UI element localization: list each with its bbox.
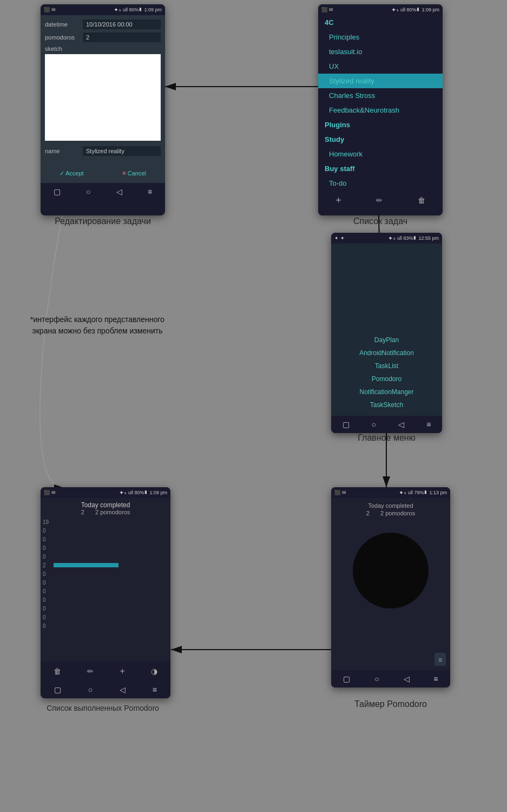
- tasklist-screen-label: Список задач: [318, 217, 443, 226]
- list-item: 0: [41, 578, 170, 587]
- edit-status-icons-right: ✦ ᵴ ull 80%▮: [114, 7, 143, 13]
- task-item-study[interactable]: Study: [318, 132, 443, 147]
- timer-corner-button[interactable]: ≡: [434, 653, 446, 666]
- nav-square[interactable]: ▢: [343, 675, 350, 683]
- timer-count: 2: [366, 510, 370, 516]
- timer-circle: [353, 533, 429, 608]
- edit-form: datetime 10/10/2016 00:00 pomodoros 2 sk…: [41, 15, 165, 163]
- datetime-row: datetime 10/10/2016 00:00: [45, 19, 161, 29]
- task-item-stross[interactable]: Charles Stross: [318, 88, 443, 103]
- task-item-feedback[interactable]: Feedback&Neurotrash: [318, 103, 443, 117]
- nav-menu[interactable]: ≡: [433, 675, 438, 683]
- nav-circle[interactable]: ○: [88, 685, 93, 694]
- list-item: 0: [41, 613, 170, 621]
- mainmenu-screen-label: Главное меню: [331, 433, 442, 443]
- menu-tasklist[interactable]: TaskList: [331, 359, 442, 372]
- timer-status-right: ✦ ᵴ ull 79%▮ 1:13 pm: [399, 490, 447, 496]
- nav-square[interactable]: ▢: [331, 214, 338, 215]
- status-icons-right: ✦ ᵴ ull 80%▮: [392, 7, 420, 13]
- menu-notificationmanger[interactable]: NotificationManger: [331, 385, 442, 398]
- name-row: name Stylized reality: [45, 146, 161, 156]
- list-item: 0: [41, 552, 170, 561]
- task-item-teslasuit[interactable]: teslasuit.io: [318, 44, 443, 59]
- status-icons-left: ⬛ ✉: [321, 7, 333, 12]
- list-item: 0: [41, 604, 170, 613]
- nav-square[interactable]: ▢: [343, 420, 350, 429]
- tasklist-status-bar: ⬛ ✉ ✦ ᵴ ull 80%▮ 1:09 pm: [318, 4, 443, 15]
- task-item-plugins[interactable]: Plugins: [318, 117, 443, 132]
- timer-time: 1:13 pm: [429, 490, 447, 495]
- pomolist-pomodoros: 2 pomodoros: [95, 509, 130, 515]
- edit-status-bar: ⬛ ✉ ✦ ᵴ ull 80%▮ 1:09 pm: [41, 4, 165, 15]
- pomodoros-row: pomodoros 2: [45, 32, 161, 42]
- mainmenu-status-right: ✦ ᵴ ull 83%▮ 12:55 pm: [389, 235, 439, 241]
- edit-status-left: ⬛ ✉: [44, 7, 56, 12]
- cancel-label: Cancel: [128, 170, 146, 176]
- pomodoros-value[interactable]: 2: [83, 32, 161, 42]
- timer-corner-icon: ≡: [438, 656, 442, 664]
- add-button[interactable]: +: [120, 666, 124, 676]
- status-right: ✦ ᵴ ull 80%▮ 1:09 pm: [392, 7, 439, 13]
- nav-square[interactable]: ▢: [54, 685, 61, 694]
- task-item-buystuff[interactable]: Buy staff: [318, 161, 443, 176]
- add-task-button[interactable]: +: [335, 195, 341, 206]
- pomo-bar-active: [54, 563, 118, 567]
- datetime-value[interactable]: 10/10/2016 00:00: [83, 19, 161, 29]
- menu-pomodoro[interactable]: Pomodoro: [331, 372, 442, 385]
- edit-status-right: ✦ ᵴ ull 80%▮ 1:09 pm: [114, 7, 162, 13]
- nav-back[interactable]: ◁: [398, 420, 404, 429]
- timer-content: Today completed 2 2 pomodoros ≡: [331, 498, 450, 670]
- menu-androidnotification[interactable]: AndroidNotification: [331, 346, 442, 359]
- nav-circle[interactable]: ○: [372, 420, 376, 429]
- pomodoros-label: pomodoros: [45, 34, 83, 41]
- mainmenu-status-left: ✦ ✦: [334, 235, 345, 241]
- list-item-active: 2: [41, 561, 170, 569]
- check-icon: ✓: [60, 170, 64, 177]
- list-item: 0: [41, 526, 170, 535]
- mainmenu-icons-left: ✦ ✦: [334, 235, 345, 241]
- edit-task-button[interactable]: ✏: [376, 196, 383, 205]
- pomolist-time: 1:09 pm: [149, 490, 167, 495]
- task-item-ux[interactable]: UX: [318, 59, 443, 74]
- nav-menu[interactable]: ≡: [425, 214, 430, 215]
- nav-back[interactable]: ◁: [394, 214, 400, 215]
- nav-back[interactable]: ◁: [120, 685, 126, 694]
- task-item-homework[interactable]: Homework: [318, 147, 443, 161]
- task-item-principles[interactable]: Principles: [318, 30, 443, 44]
- nav-back[interactable]: ◁: [116, 187, 122, 196]
- nav-back[interactable]: ◁: [404, 675, 410, 683]
- nav-menu[interactable]: ≡: [426, 420, 431, 429]
- accept-button[interactable]: ✓ Accept: [60, 170, 84, 177]
- menu-tasksketch[interactable]: TaskSketch: [331, 398, 442, 411]
- tasklist-navbar: ▢ ○ ◁ ≡: [318, 210, 443, 215]
- screen-tasklist: ⬛ ✉ ✦ ᵴ ull 80%▮ 1:09 pm 4C Principles t…: [318, 4, 443, 215]
- timer-stats: 2 2 pomodoros: [366, 510, 415, 516]
- pomolist-count: 2: [81, 509, 84, 515]
- pomolist-screen-label: Список выполненных Pomodoro: [32, 704, 173, 712]
- tasklist-toolbar: + ✏ 🗑: [318, 191, 443, 210]
- edit-button[interactable]: ✏: [87, 667, 94, 676]
- cancel-button[interactable]: ✕ Cancel: [122, 170, 146, 177]
- pomolist-toolbar: 🗑 ✏ + ◑: [41, 662, 170, 681]
- nav-menu[interactable]: ≡: [153, 685, 157, 694]
- nav-square[interactable]: ▢: [54, 187, 61, 196]
- menu-dayplan[interactable]: DayPlan: [331, 333, 442, 346]
- delete-button[interactable]: 🗑: [54, 667, 61, 676]
- task-item-todo[interactable]: To-do: [318, 176, 443, 191]
- pomolist-title: Today completed: [41, 501, 170, 509]
- mainmenu-content: DayPlan AndroidNotification TaskList Pom…: [331, 244, 442, 416]
- delete-task-button[interactable]: 🗑: [418, 196, 425, 205]
- status-left: ⬛ ✉: [321, 7, 333, 12]
- sketch-row: sketch: [45, 45, 161, 143]
- nav-menu[interactable]: ≡: [148, 187, 152, 196]
- task-item-stylized[interactable]: Stylized reality: [318, 74, 443, 88]
- nav-circle[interactable]: ○: [86, 187, 90, 196]
- sketch-label: sketch: [45, 45, 83, 52]
- nav-circle[interactable]: ○: [364, 214, 368, 215]
- sketch-canvas[interactable]: [45, 54, 161, 141]
- nav-circle[interactable]: ○: [374, 675, 379, 683]
- edit-screen-label: Редактирование задачи: [41, 217, 165, 226]
- name-value[interactable]: Stylized reality: [83, 146, 161, 156]
- task-item-4c[interactable]: 4C: [318, 15, 443, 30]
- timer-button[interactable]: ◑: [151, 667, 157, 676]
